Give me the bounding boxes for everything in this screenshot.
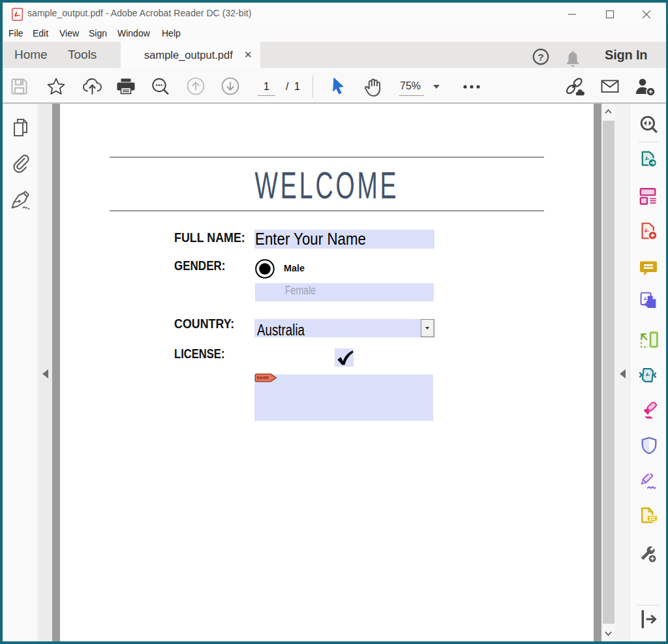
- svg-text:?: ?: [538, 52, 543, 63]
- svg-text:SIGN HERE: SIGN HERE: [257, 376, 269, 380]
